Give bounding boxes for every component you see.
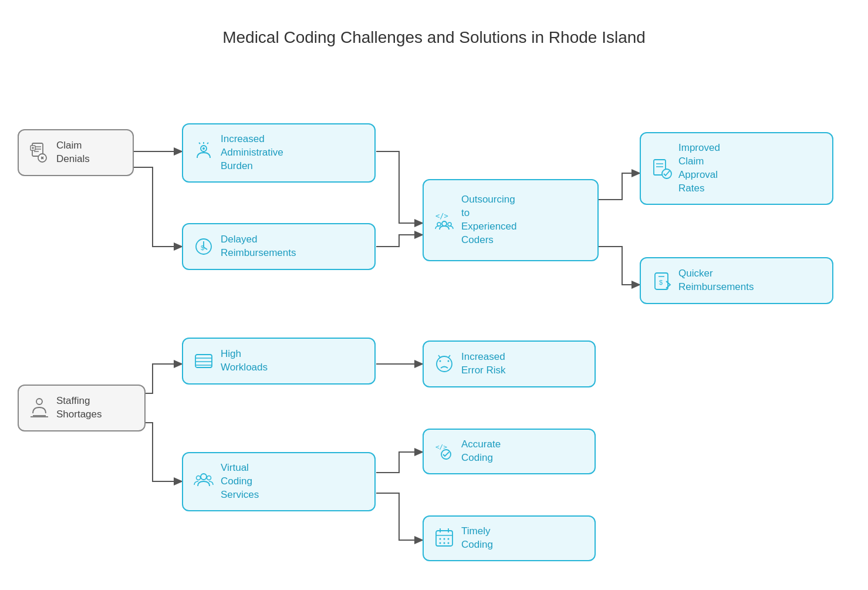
svg-point-37 xyxy=(448,360,450,362)
outsourcing-icon: </> xyxy=(433,209,455,231)
node-virtual-coding: Virtual Coding Services xyxy=(182,452,376,511)
virtual-coding-icon xyxy=(192,470,215,493)
svg-point-34 xyxy=(448,222,451,226)
improved-claim-label: Improved Claim Approval Rates xyxy=(678,141,720,195)
virtual-coding-label: Virtual Coding Services xyxy=(221,461,259,502)
svg-point-35 xyxy=(437,356,452,372)
node-improved-claim: Improved Claim Approval Rates xyxy=(640,132,833,205)
svg-line-18 xyxy=(207,143,208,144)
delayed-reimburse-label: Delayed Reimbursements xyxy=(221,233,296,260)
increased-admin-label: Increased Administrative Burden xyxy=(221,133,283,173)
svg-line-39 xyxy=(448,355,450,358)
node-outsourcing: </> Outsourcing to Experienced Coders xyxy=(423,179,599,261)
high-workloads-icon xyxy=(192,350,215,372)
svg-text:$: $ xyxy=(201,244,204,251)
increased-error-label: Increased Error Risk xyxy=(461,350,506,377)
svg-point-12 xyxy=(36,399,42,404)
node-staffing-shortages: Staffing Shortages xyxy=(18,385,146,431)
staffing-shortages-label: Staffing Shortages xyxy=(56,395,102,422)
svg-point-48 xyxy=(448,538,450,540)
node-high-workloads: High Workloads xyxy=(182,338,376,385)
accurate-coding-label: Accurate Coding xyxy=(461,438,501,465)
improved-claim-icon xyxy=(650,157,673,180)
svg-text:$: $ xyxy=(659,279,663,286)
node-quicker-reimburse: $ Quicker Reimbursements xyxy=(640,257,833,304)
node-delayed-reimburse: $ Delayed Reimbursements xyxy=(182,223,376,270)
svg-point-28 xyxy=(201,474,207,480)
svg-point-46 xyxy=(440,538,441,540)
node-increased-admin: Increased Administrative Burden xyxy=(182,123,376,183)
svg-point-36 xyxy=(440,360,441,362)
claim-denials-icon xyxy=(28,141,50,164)
node-accurate-coding: </> Accurate Coding xyxy=(423,429,596,474)
svg-point-32 xyxy=(442,221,447,226)
node-timely-coding: Timely Coding xyxy=(423,515,596,561)
svg-line-38 xyxy=(438,355,440,358)
node-claim-denials: Claim Denials xyxy=(18,129,134,176)
delayed-reimburse-icon: $ xyxy=(192,235,215,258)
staffing-shortages-icon xyxy=(28,397,50,419)
accurate-coding-icon: </> xyxy=(433,440,455,463)
svg-point-16 xyxy=(202,147,205,150)
page-title: Medical Coding Challenges and Solutions … xyxy=(0,0,868,65)
svg-text:</>: </> xyxy=(435,212,448,220)
timely-coding-icon xyxy=(433,527,455,549)
quicker-reimburse-label: Quicker Reimbursements xyxy=(678,267,754,294)
svg-point-33 xyxy=(437,222,441,226)
diagram: Claim Denials Staffing Shortages Increas… xyxy=(0,65,868,575)
svg-point-47 xyxy=(444,538,445,540)
claim-denials-label: Claim Denials xyxy=(56,139,90,166)
svg-point-49 xyxy=(440,542,441,544)
outsourcing-label: Outsourcing to Experienced Coders xyxy=(461,193,517,247)
timely-coding-label: Timely Coding xyxy=(461,525,493,552)
svg-point-30 xyxy=(207,476,211,480)
svg-line-19 xyxy=(199,143,200,144)
node-increased-error: Increased Error Risk xyxy=(423,340,596,387)
high-workloads-label: High Workloads xyxy=(221,348,268,375)
svg-point-51 xyxy=(448,542,450,544)
quicker-reimburse-icon: $ xyxy=(650,269,673,292)
increased-admin-icon xyxy=(192,141,215,164)
increased-error-icon xyxy=(433,353,455,375)
svg-point-50 xyxy=(444,542,445,544)
svg-point-29 xyxy=(197,476,201,480)
